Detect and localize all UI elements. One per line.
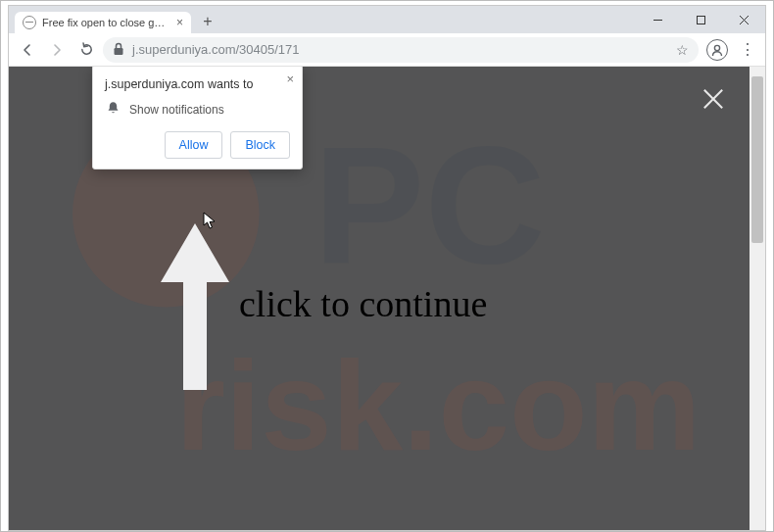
tab-title: Free fix open to close game [42, 17, 170, 28]
svg-text:PC: PC [314, 112, 546, 298]
titlebar: Free fix open to close game × + [9, 6, 765, 33]
page-close-icon[interactable] [701, 86, 726, 112]
forward-button[interactable] [44, 37, 70, 63]
new-tab-button[interactable]: + [199, 14, 217, 31]
dialog-title: j.superduniya.com wants to [105, 77, 290, 91]
dialog-close-icon[interactable]: × [286, 72, 294, 86]
maximize-button[interactable] [679, 6, 722, 33]
browser-window: Free fix open to close game × + [8, 5, 766, 531]
svg-text:risk.com: risk.com [175, 334, 701, 477]
bell-icon [107, 101, 120, 118]
close-window-button[interactable] [722, 6, 765, 33]
block-button[interactable]: Block [230, 131, 290, 159]
notification-permission-dialog: × j.superduniya.com wants to Show notifi… [92, 67, 303, 169]
kebab-menu-icon[interactable]: ⋮ [736, 40, 759, 59]
address-bar: j.superduniya.com/30405/171 ☆ ⋮ [9, 33, 765, 67]
svg-rect-4 [115, 48, 123, 55]
svg-point-5 [714, 45, 719, 50]
permission-label: Show notifications [129, 103, 224, 117]
permission-row: Show notifications [107, 101, 290, 118]
globe-icon [23, 16, 36, 29]
profile-avatar[interactable] [706, 39, 728, 61]
scrollbar[interactable] [750, 67, 765, 530]
browser-tab[interactable]: Free fix open to close game × [15, 12, 191, 33]
scrollbar-thumb[interactable] [751, 76, 763, 243]
allow-button[interactable]: Allow [165, 131, 223, 159]
window-controls [636, 6, 765, 33]
back-button[interactable] [15, 37, 40, 63]
omnibox[interactable]: j.superduniya.com/30405/171 ☆ [103, 37, 699, 63]
reload-button[interactable] [73, 37, 99, 63]
minimize-button[interactable] [636, 6, 679, 33]
up-arrow-icon [156, 214, 234, 400]
url-text: j.superduniya.com/30405/171 [132, 42, 300, 57]
close-tab-icon[interactable]: × [176, 16, 183, 29]
bookmark-star-icon[interactable]: ☆ [676, 42, 689, 58]
svg-rect-1 [697, 16, 704, 24]
click-to-continue-text: click to continue [239, 282, 487, 325]
lock-icon [113, 42, 124, 58]
page-content: PC risk.com click to continue × j.superd… [9, 67, 765, 530]
